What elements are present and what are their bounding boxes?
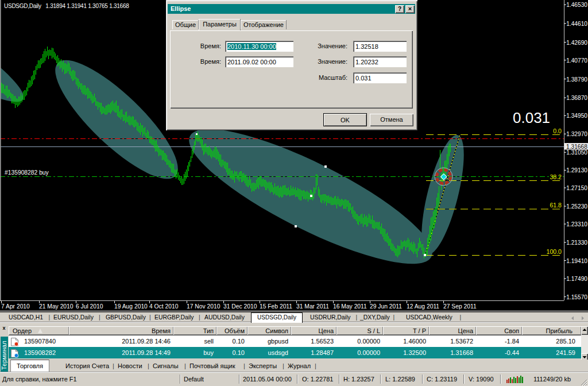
svg-text:1.38790: 1.38790 — [566, 76, 587, 83]
svg-text:1.31668: 1.31668 — [566, 144, 587, 150]
svg-text:1.46530: 1.46530 — [566, 2, 587, 8]
svg-text:1.44610: 1.44610 — [566, 21, 587, 27]
svg-text:61.8: 61.8 — [550, 202, 562, 209]
svg-text:38.2: 38.2 — [550, 173, 562, 180]
svg-text:1.31050: 1.31050 — [566, 149, 587, 156]
svg-text:29 Jun 2011: 29 Jun 2011 — [370, 303, 402, 310]
svg-text:1.27150: 1.27150 — [566, 185, 587, 191]
svg-text:1.32970: 1.32970 — [566, 131, 587, 137]
svg-text:17 Nov 2010: 17 Nov 2010 — [187, 303, 220, 310]
svg-text:1.21330: 1.21330 — [566, 240, 587, 246]
svg-text:15 Feb 2011: 15 Feb 2011 — [260, 303, 292, 310]
svg-text:21 May 2010: 21 May 2010 — [39, 303, 74, 310]
svg-text:1.40770: 1.40770 — [566, 57, 587, 64]
svg-text:1.25230: 1.25230 — [566, 203, 587, 210]
svg-text:7 Apr 2010: 7 Apr 2010 — [1, 303, 30, 310]
svg-text:100.0: 100.0 — [546, 248, 562, 255]
svg-text:27 Sep 2011: 27 Sep 2011 — [443, 303, 477, 310]
svg-text:1.36870: 1.36870 — [566, 95, 587, 101]
svg-text:#135908282 buy: #135908282 buy — [5, 169, 49, 176]
svg-text:31 Mar 2011: 31 Mar 2011 — [296, 303, 329, 310]
svg-text:1.29130: 1.29130 — [566, 167, 587, 173]
svg-text:19 Aug 2010: 19 Aug 2010 — [114, 303, 148, 310]
svg-text:6 Jul 2010: 6 Jul 2010 — [76, 303, 103, 310]
svg-text:12 Aug 2011: 12 Aug 2011 — [407, 303, 439, 310]
svg-text:1.34950: 1.34950 — [566, 113, 587, 119]
svg-text:0.0: 0.0 — [553, 128, 562, 134]
svg-text:1.19410: 1.19410 — [566, 258, 587, 264]
svg-text:1.15570: 1.15570 — [566, 294, 587, 300]
svg-text:4 Oct 2010: 4 Oct 2010 — [149, 303, 179, 310]
svg-text:31 Dec 2010: 31 Dec 2010 — [223, 303, 257, 310]
svg-text:1.17490: 1.17490 — [566, 276, 587, 282]
svg-text:1.23310: 1.23310 — [566, 221, 587, 227]
svg-text:USDSGD,Daily 1.31894 1.31941: USDSGD,Daily 1.31894 1.31941 1.30765 1.3… — [4, 3, 129, 9]
svg-text:1.42690: 1.42690 — [566, 40, 587, 46]
svg-text:0.031: 0.031 — [513, 109, 550, 126]
svg-text:16 May 2011: 16 May 2011 — [333, 303, 367, 310]
